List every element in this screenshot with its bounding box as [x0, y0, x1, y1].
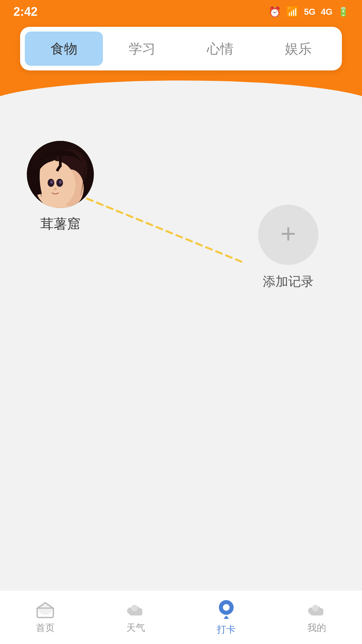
home-icon [35, 601, 56, 619]
nav-weather-label: 天气 [126, 622, 145, 634]
svg-point-11 [54, 188, 57, 190]
nav-item-home[interactable]: 首页 [0, 601, 90, 634]
user-name: 茸薯窟 [40, 215, 80, 233]
status-time: 2:42 [13, 5, 38, 19]
tab-study-label: 学习 [129, 40, 156, 58]
tab-entertainment-label: 娱乐 [285, 40, 312, 58]
tab-study[interactable]: 学习 [103, 32, 181, 66]
nav-item-mine[interactable]: 我的 [272, 601, 362, 634]
checkin-icon [216, 599, 237, 621]
svg-point-18 [131, 605, 138, 611]
svg-point-20 [223, 604, 230, 611]
status-icons: ⏰ 📶 5G 4G 🔋 [268, 6, 349, 18]
avatar [27, 141, 94, 208]
svg-line-0 [77, 195, 241, 262]
signal-4g-icon: 4G [321, 7, 333, 17]
add-record-node[interactable]: + 添加记录 [258, 205, 318, 290]
wifi-icon: 📶 [286, 6, 299, 18]
svg-point-10 [59, 180, 62, 184]
svg-point-13 [39, 605, 52, 615]
svg-point-6 [35, 161, 75, 208]
svg-point-9 [50, 180, 53, 184]
add-record-label: 添加记录 [263, 273, 314, 290]
alarm-icon: ⏰ [268, 6, 281, 18]
status-bar: 2:42 ⏰ 📶 5G 4G 🔋 [0, 0, 362, 23]
nav-checkin-label: 打卡 [217, 623, 236, 636]
svg-marker-21 [224, 615, 229, 619]
user-node[interactable]: 茸薯窟 [27, 141, 94, 233]
svg-point-26 [312, 605, 319, 611]
main-content: 茸薯窟 + 添加记录 [0, 114, 362, 590]
bottom-nav: 首页 天气 [0, 590, 362, 644]
mine-icon [306, 601, 327, 619]
tab-mood-label: 心情 [207, 40, 234, 58]
add-circle: + [258, 205, 318, 265]
nodes-area: 茸薯窟 + 添加记录 [0, 127, 362, 329]
tab-food-label: 食物 [51, 40, 77, 58]
weather-icon [125, 601, 146, 619]
tab-bar: 食物 学习 心情 娱乐 [20, 27, 342, 70]
plus-icon: + [281, 220, 296, 247]
signal-5g-icon: 5G [304, 7, 316, 17]
tab-food[interactable]: 食物 [25, 32, 103, 66]
nav-home-label: 首页 [36, 622, 55, 634]
nav-mine-label: 我的 [307, 622, 326, 634]
nav-item-checkin[interactable]: 打卡 [181, 599, 272, 636]
battery-icon: 🔋 [338, 7, 349, 17]
svg-point-17 [137, 608, 142, 613]
nav-item-weather[interactable]: 天气 [90, 601, 181, 634]
tab-entertainment[interactable]: 娱乐 [259, 32, 337, 66]
tab-mood[interactable]: 心情 [181, 32, 259, 66]
svg-point-25 [318, 608, 323, 613]
